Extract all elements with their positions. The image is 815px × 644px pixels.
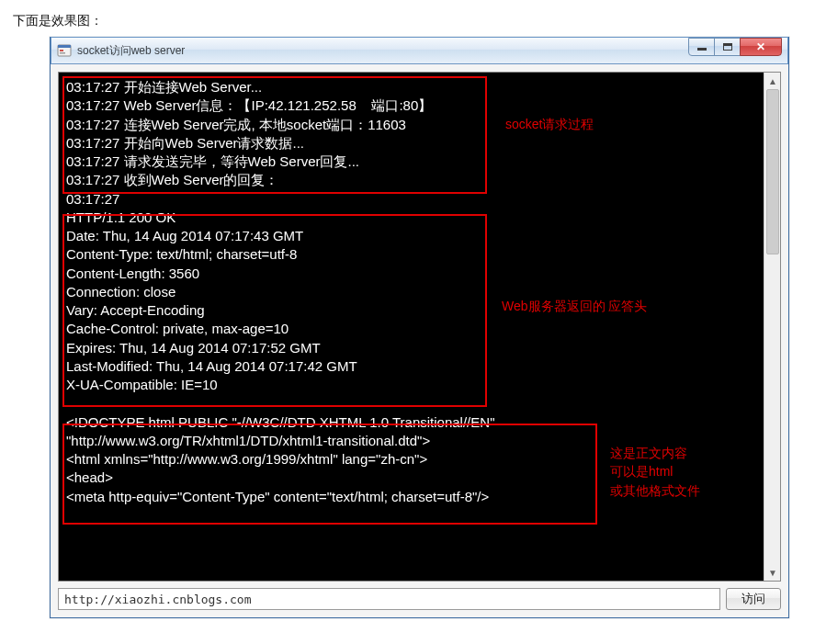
console-panel: 03:17:27 开始连接Web Server... 03:17:27 Web … — [58, 72, 781, 582]
scroll-thumb[interactable] — [766, 89, 779, 254]
vertical-scrollbar[interactable]: ▲ ▼ — [764, 73, 780, 581]
bottom-bar: 访问 — [58, 588, 781, 610]
close-button[interactable]: ✕ — [740, 38, 782, 56]
visit-button[interactable]: 访问 — [726, 588, 781, 610]
scroll-down-icon[interactable]: ▼ — [764, 564, 781, 581]
window-body: 03:17:27 开始连接Web Server... 03:17:27 Web … — [51, 64, 788, 617]
svg-rect-1 — [58, 45, 71, 48]
svg-rect-3 — [60, 52, 65, 54]
annotation-label-response-header: Web服务器返回的 应答头 — [502, 297, 647, 315]
app-icon — [57, 43, 72, 58]
page-caption: 下面是效果图： — [13, 13, 802, 29]
window-controls: ✕ — [688, 38, 782, 56]
minimize-icon — [697, 48, 707, 51]
svg-rect-2 — [60, 50, 63, 51]
window-title: socket访问web server — [77, 43, 688, 59]
title-bar[interactable]: socket访问web server ✕ — [51, 37, 788, 64]
annotation-label-body-content: 这是正文内容 可以是html 或其他格式文件 — [610, 444, 700, 500]
close-icon: ✕ — [756, 41, 765, 52]
maximize-button[interactable] — [714, 38, 741, 56]
annotation-label-socket-request: socket请求过程 — [505, 115, 594, 133]
scroll-up-icon[interactable]: ▲ — [764, 73, 781, 89]
maximize-icon — [723, 43, 732, 51]
console-output: 03:17:27 开始连接Web Server... 03:17:27 Web … — [59, 73, 764, 581]
minimize-button[interactable] — [688, 38, 715, 56]
app-window: socket访问web server ✕ 03:17:27 开始连接Web Se… — [50, 37, 789, 618]
url-input[interactable] — [58, 588, 720, 610]
